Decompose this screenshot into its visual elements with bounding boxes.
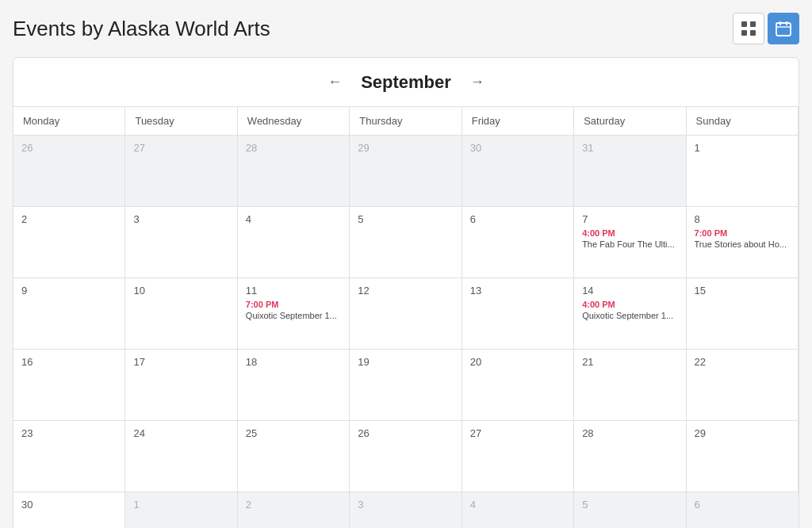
event-block[interactable]: 7:00 PMQuixotic September 1...	[246, 300, 341, 321]
day-cell[interactable]: 12	[350, 278, 462, 350]
svg-rect-2	[741, 30, 747, 36]
day-number: 14	[582, 285, 677, 297]
day-cell[interactable]: 21	[574, 350, 686, 421]
day-cell[interactable]: 25	[238, 421, 350, 492]
day-cell[interactable]: 29	[687, 421, 799, 492]
day-number: 15	[695, 285, 790, 297]
day-cell[interactable]: 27	[462, 421, 574, 492]
day-cell[interactable]: 6	[687, 492, 799, 528]
day-cell[interactable]: 30	[13, 492, 125, 528]
day-cell[interactable]: 5	[574, 492, 686, 528]
day-cell[interactable]: 4	[462, 492, 574, 528]
event-title: True Stories about Ho...	[695, 239, 790, 250]
day-cell[interactable]: 144:00 PMQuixotic September 1...	[574, 278, 686, 350]
day-cell[interactable]: 24	[125, 421, 237, 492]
day-number: 28	[246, 142, 341, 154]
day-cell[interactable]: 5	[350, 207, 462, 278]
day-cell[interactable]: 6	[462, 207, 574, 278]
day-header-sunday: Sunday	[687, 107, 799, 136]
day-number: 26	[21, 142, 117, 154]
day-number: 28	[582, 427, 677, 439]
page-title: Events by Alaska World Arts	[13, 17, 270, 41]
day-cell[interactable]: 31	[574, 136, 686, 207]
day-cell[interactable]: 30	[462, 136, 574, 207]
calendar-grid: MondayTuesdayWednesdayThursdayFridaySatu…	[13, 106, 799, 528]
event-block[interactable]: 4:00 PMThe Fab Four The Ulti...	[582, 228, 677, 250]
day-number: 31	[582, 142, 677, 154]
day-cell[interactable]: 87:00 PMTrue Stories about Ho...	[687, 207, 799, 278]
day-number: 4	[246, 213, 341, 225]
day-number: 29	[695, 427, 790, 439]
day-number: 24	[133, 427, 228, 439]
event-block[interactable]: 4:00 PMQuixotic September 1...	[582, 300, 677, 321]
day-cell[interactable]: 2	[13, 207, 125, 278]
day-cell[interactable]: 23	[13, 421, 125, 492]
prev-month-button[interactable]: ←	[321, 71, 348, 94]
event-block[interactable]: 7:00 PMTrue Stories about Ho...	[695, 228, 790, 250]
day-cell[interactable]: 29	[350, 136, 462, 207]
day-number: 5	[358, 213, 453, 225]
event-time: 4:00 PM	[582, 228, 677, 238]
day-cell[interactable]: 3	[350, 492, 462, 528]
day-cell[interactable]: 10	[125, 278, 237, 350]
svg-rect-3	[750, 30, 756, 36]
day-number: 12	[358, 285, 453, 297]
calendar-header: ← September →	[13, 58, 799, 106]
day-number: 22	[695, 356, 790, 368]
next-month-button[interactable]: →	[464, 71, 491, 94]
day-number: 23	[21, 427, 117, 439]
day-number: 8	[695, 213, 790, 225]
day-cell[interactable]: 16	[13, 350, 125, 421]
event-title: The Fab Four The Ulti...	[582, 239, 677, 250]
day-number: 5	[582, 499, 677, 511]
day-cell[interactable]: 26	[13, 136, 125, 207]
day-cell[interactable]: 3	[125, 207, 237, 278]
day-number: 13	[470, 285, 565, 297]
view-toggle	[733, 13, 799, 44]
day-cell[interactable]: 28	[238, 136, 350, 207]
grid-view-button[interactable]	[733, 13, 764, 44]
day-number: 26	[358, 427, 453, 439]
day-cell[interactable]: 20	[462, 350, 574, 421]
day-number: 19	[358, 356, 453, 368]
page-header: Events by Alaska World Arts	[13, 13, 799, 44]
day-cell[interactable]: 74:00 PMThe Fab Four The Ulti...	[574, 207, 686, 278]
day-cell[interactable]: 18	[238, 350, 350, 421]
day-cell[interactable]: 28	[574, 421, 686, 492]
day-number: 9	[21, 285, 117, 297]
day-number: 3	[133, 213, 228, 225]
month-title: September	[361, 72, 451, 93]
day-number: 1	[133, 499, 228, 511]
day-cell[interactable]: 26	[350, 421, 462, 492]
day-number: 10	[133, 285, 228, 297]
day-cell[interactable]: 9	[13, 278, 125, 350]
day-header-friday: Friday	[462, 107, 574, 136]
svg-rect-4	[776, 23, 791, 36]
day-cell[interactable]: 13	[462, 278, 574, 350]
event-time: 7:00 PM	[246, 300, 341, 309]
day-header-wednesday: Wednesday	[238, 107, 350, 136]
day-number: 4	[470, 499, 565, 511]
day-number: 27	[470, 427, 565, 439]
event-title: Quixotic September 1...	[246, 310, 341, 321]
day-cell[interactable]: 1	[687, 136, 799, 207]
svg-rect-1	[750, 21, 756, 27]
event-time: 7:00 PM	[695, 228, 790, 238]
day-number: 6	[695, 499, 791, 511]
day-number: 30	[470, 142, 565, 154]
calendar-view-button[interactable]	[768, 13, 799, 44]
day-number: 27	[133, 142, 228, 154]
day-cell[interactable]: 19	[350, 350, 462, 421]
day-number: 6	[470, 213, 565, 225]
day-number: 29	[358, 142, 453, 154]
day-cell[interactable]: 117:00 PMQuixotic September 1...	[238, 278, 350, 350]
day-cell[interactable]: 22	[687, 350, 799, 421]
day-cell[interactable]: 27	[125, 136, 237, 207]
day-cell[interactable]: 2	[238, 492, 350, 528]
day-header-saturday: Saturday	[574, 107, 686, 136]
day-cell[interactable]: 1	[125, 492, 237, 528]
day-cell[interactable]: 17	[125, 350, 237, 421]
day-cell[interactable]: 4	[238, 207, 350, 278]
day-number: 1	[695, 142, 790, 154]
day-cell[interactable]: 15	[687, 278, 799, 350]
